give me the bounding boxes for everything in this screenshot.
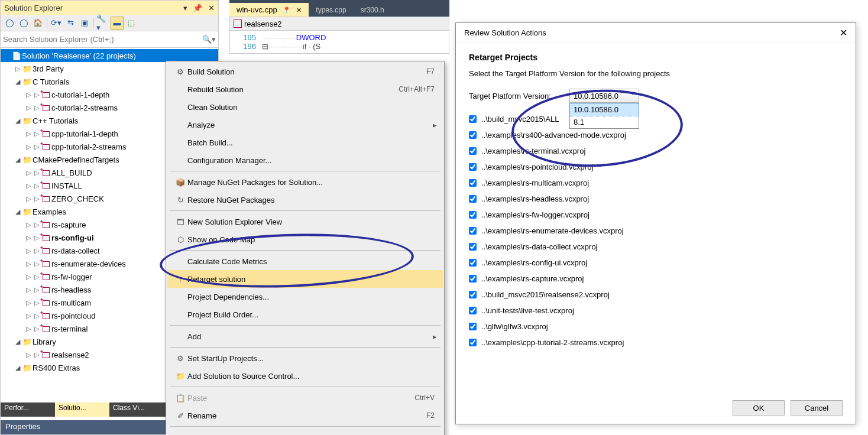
head-expander[interactable]: ▷: [33, 286, 41, 294]
menu-item[interactable]: Analyze▸: [167, 116, 443, 134]
menu-item[interactable]: ⚙Build SolutionF7: [167, 63, 443, 80]
head-expander[interactable]: ▷: [33, 234, 41, 242]
project-checkbox[interactable]: [469, 259, 477, 267]
project-checkbox[interactable]: [469, 163, 477, 171]
head-expander[interactable]: ▷: [33, 195, 41, 203]
head-expander[interactable]: ▷: [33, 351, 41, 359]
expander-icon[interactable]: ◢: [14, 208, 22, 216]
forward-icon[interactable]: ◯: [17, 17, 30, 30]
menu-item[interactable]: 📦Manage NuGet Packages for Solution...: [167, 173, 443, 191]
head-expander[interactable]: ▷: [33, 260, 41, 268]
expander-icon[interactable]: ▷: [24, 325, 33, 333]
expander-icon[interactable]: ▷: [24, 299, 33, 307]
tpv-option[interactable]: 10.0.10586.0: [570, 103, 639, 116]
project-checkbox[interactable]: [469, 243, 477, 251]
menu-item[interactable]: Batch Build...: [167, 134, 443, 151]
head-expander[interactable]: ▷: [33, 299, 41, 307]
project-checkbox[interactable]: [469, 227, 477, 235]
project-checkbox[interactable]: [469, 131, 477, 139]
head-expander[interactable]: ▷: [33, 221, 41, 229]
cancel-button[interactable]: Cancel: [791, 400, 843, 415]
expander-icon[interactable]: ▷: [24, 247, 33, 255]
project-checkbox[interactable]: [469, 291, 477, 298]
expander-icon[interactable]: ▷: [24, 312, 33, 320]
expander-icon[interactable]: ◢: [14, 78, 22, 86]
menu-item[interactable]: ↪Open Folder in File Explorer: [167, 428, 443, 435]
sync-icon[interactable]: ⇆: [64, 17, 77, 30]
expander-icon[interactable]: ▷: [24, 182, 33, 190]
menu-item[interactable]: ↑Retarget solution: [167, 270, 443, 288]
menu-item[interactable]: 🗔New Solution Explorer View: [167, 213, 443, 231]
head-expander[interactable]: ▷: [33, 312, 41, 320]
tab-perf[interactable]: Perfor...: [1, 402, 55, 417]
wrench-icon[interactable]: 🔧▾: [96, 17, 109, 30]
search-icon[interactable]: 🔍▾: [202, 35, 216, 44]
menu-item[interactable]: Clean Solution: [167, 98, 443, 116]
expander-icon[interactable]: ▷: [24, 260, 33, 268]
project-checkbox[interactable]: [469, 179, 477, 187]
expander-icon[interactable]: ▷: [24, 169, 33, 177]
project-checkbox[interactable]: [469, 195, 477, 203]
tab-classview[interactable]: Class Vi...: [109, 402, 164, 417]
editor-tab-sr300[interactable]: sr300.h: [354, 4, 391, 17]
expander-icon[interactable]: ◢: [14, 364, 22, 372]
menu-item[interactable]: ⬡Show on Code Map: [167, 231, 443, 248]
search-input[interactable]: [3, 35, 202, 44]
menu-item[interactable]: ✐RenameF2: [167, 407, 443, 424]
project-checkbox[interactable]: [469, 275, 477, 283]
collapse-icon[interactable]: ▣: [78, 17, 91, 30]
tpv-select[interactable]: 10.0.10586.0 ˅: [569, 89, 639, 103]
refresh-icon[interactable]: ⟳▾: [50, 17, 63, 30]
head-expander[interactable]: ▷: [33, 91, 41, 99]
close-icon[interactable]: ✕: [840, 27, 847, 38]
expander-icon[interactable]: ▷: [24, 143, 33, 151]
preview-icon[interactable]: ▬: [111, 17, 124, 30]
head-expander[interactable]: ▷: [33, 325, 41, 333]
expander-icon[interactable]: ▷: [24, 221, 33, 229]
head-expander[interactable]: ▷: [33, 182, 41, 190]
pin-icon[interactable]: 📌: [193, 4, 202, 12]
head-expander[interactable]: ▷: [33, 273, 41, 281]
close-icon[interactable]: ✕: [208, 4, 215, 12]
menu-item[interactable]: Configuration Manager...: [167, 151, 443, 169]
project-checkbox[interactable]: [469, 115, 477, 123]
dropdown-icon[interactable]: ▾: [183, 4, 187, 12]
expander-icon[interactable]: ▷: [24, 91, 33, 99]
head-expander[interactable]: ▷: [33, 130, 41, 138]
menu-item[interactable]: ↻Restore NuGet Packages: [167, 191, 443, 209]
project-checkbox[interactable]: [469, 211, 477, 219]
code-area[interactable]: 195 ················DWORD 196 ⊟·········…: [229, 31, 449, 54]
home-icon[interactable]: 🏠: [31, 17, 44, 30]
menu-item[interactable]: Calculate Code Metrics: [167, 252, 443, 270]
head-expander[interactable]: ▷: [33, 143, 41, 151]
menu-item[interactable]: 📁Add Solution to Source Control...: [167, 367, 443, 385]
menu-item[interactable]: ⚙Set StartUp Projects...: [167, 349, 443, 367]
menu-item[interactable]: Add▸: [167, 327, 443, 345]
expander-icon[interactable]: ▷: [24, 273, 33, 281]
solution-root[interactable]: 📄 Solution 'Realsense' (22 projects): [1, 49, 218, 62]
project-checkbox[interactable]: [469, 147, 477, 155]
close-icon[interactable]: ✕: [296, 7, 302, 14]
expander-icon[interactable]: ◢: [14, 156, 22, 164]
project-checkbox[interactable]: [469, 307, 477, 314]
editor-breadcrumb[interactable]: realsense2: [229, 17, 449, 31]
expander-icon[interactable]: ▷: [14, 65, 22, 73]
editor-tab-winuvc[interactable]: win-uvc.cpp 📍 ✕: [229, 3, 309, 17]
menu-item[interactable]: Project Dependencies...: [167, 288, 443, 306]
solution-search[interactable]: 🔍▾: [1, 31, 218, 48]
head-expander[interactable]: ▷: [33, 104, 41, 112]
back-icon[interactable]: ◯: [3, 17, 16, 30]
tab-solution[interactable]: Solutio...: [55, 402, 109, 417]
expander-icon[interactable]: ▷: [24, 351, 33, 359]
expander-icon[interactable]: ◢: [14, 338, 22, 346]
head-expander[interactable]: ▷: [33, 247, 41, 255]
expander-icon[interactable]: ▷: [24, 104, 33, 112]
head-expander[interactable]: ▷: [33, 169, 41, 177]
expander-icon[interactable]: ▷: [24, 130, 33, 138]
menu-item[interactable]: Project Build Order...: [167, 306, 443, 323]
project-checkbox[interactable]: [469, 323, 477, 330]
expander-icon[interactable]: ▷: [24, 195, 33, 203]
expander-icon[interactable]: ◢: [14, 117, 22, 125]
expander-icon[interactable]: ▷: [24, 286, 33, 294]
pin-icon[interactable]: 📍: [283, 7, 291, 14]
